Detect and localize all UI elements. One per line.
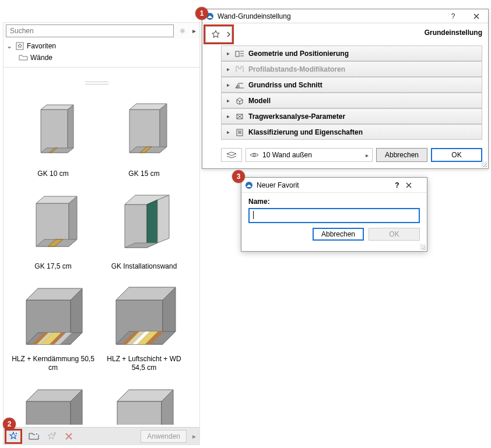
cancel-button[interactable]: Abbrechen [376,148,427,162]
favorites-panel: ▸ ⌄ Favoriten Wände [3,22,200,445]
update-favorite-button[interactable] [45,431,57,442]
profile-icon [234,65,245,73]
star-icon [15,42,24,50]
callout-badge-2: 2 [3,418,16,431]
help-button[interactable]: ? [441,9,465,23]
tree-folder-label: Wände [30,54,52,62]
star-up-icon [46,431,57,442]
favorite-card[interactable]: HLZ + Luftschicht + WD 54,5 cm [100,283,188,372]
close-button[interactable] [406,182,423,188]
favorite-card[interactable]: HLZ + Kerndämmung 50,5 cm [9,283,97,372]
chevron-right-icon: ▸ [366,152,369,158]
tree-root[interactable]: ⌄ Favoriten [6,40,197,52]
panel-label: Profilabstands-Modifikatoren [248,65,345,73]
favorite-label: HLZ + Luftschicht + WD 54,5 cm [100,355,188,372]
favorites-dropdown-button[interactable] [225,26,232,43]
favorite-thumb [18,283,88,352]
svg-point-3 [253,154,255,156]
eye-icon [250,151,259,158]
dialog-subtitle: Grundeinstellung [425,29,482,37]
folder-plus-icon [29,432,39,441]
apply-button[interactable]: Anwenden [141,430,187,443]
favorite-label: GK 10 cm [37,170,68,178]
cancel-button[interactable]: Abbrechen [313,228,364,241]
favorite-card[interactable] [100,384,188,425]
close-icon [65,432,73,440]
settings-gear-button[interactable] [176,24,189,37]
ok-button[interactable]: OK [431,148,482,162]
layers-icon [225,151,238,159]
svg-marker-18 [69,196,77,246]
layer-picker[interactable]: 10 Wand außen ▸ [246,148,373,162]
layer-icon-button[interactable] [221,148,242,162]
star-plus-icon [8,431,19,442]
name-input-wrap [248,208,420,223]
favorites-gallery[interactable]: GK 10 cm GK 15 cm [3,86,199,427]
favorite-card[interactable]: GK 10 cm [9,97,97,178]
resize-grip[interactable] [420,244,426,250]
geometry-icon [234,50,245,58]
new-folder-button[interactable] [28,431,40,442]
favorite-card[interactable]: GK 15 cm [100,97,188,178]
svg-marker-49 [117,401,162,425]
chevron-right-icon: ▸ [225,50,231,57]
dialog-titlebar[interactable]: Wand-Grundeinstellung ? [202,9,488,23]
layer-name: 10 Wand außen [262,151,312,159]
panel-classification[interactable]: ▸ Klassifizierung und Eigenschaften [221,124,482,140]
favorite-thumb [109,190,179,260]
ok-button[interactable]: OK [369,228,420,241]
panel-model[interactable]: ▸ Modell [221,93,482,108]
splitter[interactable] [3,81,190,84]
help-button[interactable]: ? [388,181,406,189]
callout-2-frame [5,429,22,444]
delete-favorite-button[interactable] [63,431,75,442]
favorite-card[interactable] [9,384,97,425]
callout-badge-3: 3 [232,170,245,183]
panel-profile-modifiers[interactable]: ▸ Profilabstands-Modifikatoren [221,61,482,77]
name-input[interactable] [250,210,418,221]
floorplan-icon [234,81,245,89]
model-icon [234,97,245,105]
panel-label: Grundriss und Schnitt [248,81,322,89]
panel-label: Tragwerksanalyse-Parameter [248,112,345,121]
folder-icon [19,54,28,61]
favorite-label: GK 15 cm [128,170,159,178]
dialog-footer: 10 Wand außen ▸ Abbrechen OK [221,147,482,163]
close-button[interactable] [465,9,488,23]
svg-marker-44 [26,401,71,425]
chevron-right-icon: ▸ [225,97,231,104]
tree-folder[interactable]: Wände [6,52,197,64]
panel-label: Klassifizierung und Eigenschaften [248,128,363,136]
favorite-card[interactable]: GK Installationswand [100,190,188,271]
chevron-right-icon: ▸ [225,129,231,135]
panel-floorplan[interactable]: ▸ Grundriss und Schnitt [221,77,482,93]
new-favorite-button[interactable] [8,431,19,442]
svg-marker-6 [41,110,68,153]
favorites-tree: ⌄ Favoriten Wände [3,39,199,68]
favorite-thumb [109,283,179,352]
chevron-right-icon: ▸ [225,113,231,119]
dialog-title: Neuer Favorit [257,181,388,189]
chevron-right-icon[interactable]: ▸ [192,432,196,440]
favorite-thumb [18,97,88,167]
dialog-title: Wand-Grundeinstellung [218,12,441,20]
favorite-thumb [109,384,179,425]
panel-geometry[interactable]: ▸ Geometrie und Positionierung [221,45,482,61]
favorite-card[interactable]: GK 17,5 cm [9,190,97,271]
search-input[interactable] [6,24,174,37]
svg-marker-21 [125,204,147,248]
chevron-right-icon: ▸ [225,66,231,72]
panel-structural[interactable]: ▸ Tragwerksanalyse-Parameter [221,108,482,124]
favorite-thumb [109,97,179,167]
wall-settings-dialog: Wand-Grundeinstellung ? Grundeinstellung… [202,9,489,169]
chevron-right-icon[interactable]: ▸ [191,27,197,35]
app-icon [245,181,253,189]
callout-1-frame [204,24,234,44]
favorite-label: GK Installationswand [111,262,177,271]
name-label: Name: [248,197,420,206]
dialog-titlebar[interactable]: Neuer Favorit ? [241,178,427,193]
favorites-toggle-button[interactable] [205,26,225,43]
disclosure-icon[interactable]: ⌄ [6,42,13,50]
svg-point-4 [181,30,184,32]
resize-grip[interactable] [481,161,487,167]
